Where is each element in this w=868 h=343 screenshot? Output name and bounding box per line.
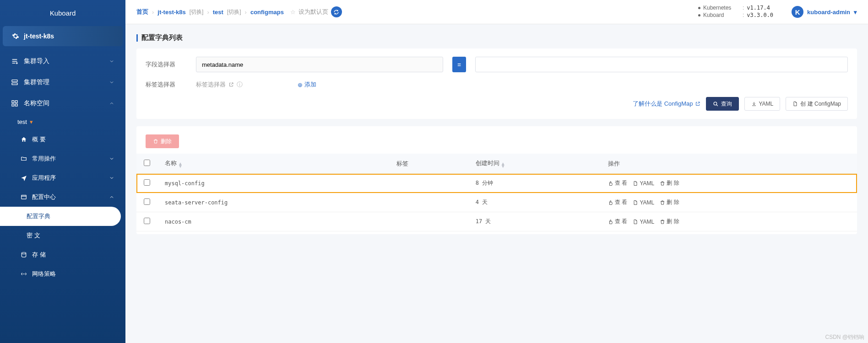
sidebar-item-manage[interactable]: 集群管理 — [0, 72, 125, 93]
delete-action[interactable]: 删 除 — [660, 198, 679, 206]
select-all-checkbox[interactable] — [144, 160, 150, 166]
table-card: 删除 名称▲▼ 标签 创建时间▲▼ 操作 mysql-confi — [136, 126, 857, 234]
col-created[interactable]: 创建时间▲▼ — [468, 154, 601, 174]
svg-rect-5 — [12, 104, 14, 106]
view-action[interactable]: 查 看 — [608, 179, 627, 187]
view-action[interactable]: 查 看 — [608, 218, 627, 225]
breadcrumb-ns[interactable]: test — [213, 9, 223, 16]
cell-labels — [389, 212, 468, 231]
import-icon — [11, 58, 18, 65]
chevron-down-icon — [109, 80, 114, 85]
gear-icon — [12, 32, 19, 40]
sidebar-configmap[interactable]: 配置字典 — [0, 207, 121, 226]
namespace-selected[interactable]: test ▾ — [0, 114, 125, 130]
yaml-button[interactable]: YAML — [744, 97, 781, 111]
trash-icon — [660, 200, 665, 205]
cluster-name: jt-test-k8s — [24, 32, 54, 40]
sidebar-secret[interactable]: 密 文 — [0, 226, 125, 245]
file-icon — [633, 219, 638, 225]
svg-rect-1 — [12, 80, 17, 82]
delete-action[interactable]: 删 除 — [660, 179, 679, 187]
col-name[interactable]: 名称▲▼ — [157, 154, 389, 174]
cell-labels — [389, 193, 468, 212]
yaml-action[interactable]: YAML — [633, 179, 654, 187]
sidebar-item-import[interactable]: 集群导入 — [0, 51, 125, 72]
caret-down-icon: ▾ — [854, 9, 857, 16]
breadcrumb-cluster[interactable]: jt-test-k8s — [157, 9, 185, 16]
chevron-down-icon — [109, 175, 114, 181]
table-row[interactable]: seata-server-config 4 天 查 看 YAML 删 除 — [136, 193, 857, 212]
sidebar-item-namespace[interactable]: 名称空间 — [0, 93, 125, 114]
trash-icon — [153, 139, 158, 144]
breadcrumb: 首页 › jt-test-k8s [切换] › test [切换] › conf… — [136, 8, 284, 16]
sidebar-subitem-common[interactable]: 常用操作 — [0, 149, 125, 168]
cell-name: mysql-config — [157, 174, 389, 193]
svg-point-9 — [714, 102, 717, 105]
tag-selector[interactable]: 标签选择器 ⓘ — [196, 80, 243, 89]
plus-icon: ⊕ — [298, 81, 303, 88]
cell-name: nacos-cm — [157, 212, 389, 231]
svg-rect-7 — [22, 195, 27, 199]
field-selector-input[interactable] — [196, 57, 443, 72]
table-row[interactable]: nacos-cm 17 天 查 看 YAML 删 除 — [136, 212, 857, 231]
file-plus-icon — [792, 101, 798, 107]
thumbs-up-icon — [608, 200, 613, 205]
svg-rect-2 — [12, 83, 17, 85]
svg-point-0 — [16, 63, 17, 64]
row-checkbox[interactable] — [144, 179, 150, 186]
download-icon — [751, 101, 757, 107]
logo[interactable]: Kuboard — [0, 0, 125, 26]
home-icon — [20, 136, 27, 143]
refresh-button[interactable] — [331, 6, 342, 17]
file-icon — [633, 200, 638, 205]
yaml-action[interactable]: YAML — [633, 218, 654, 225]
sidebar: Kuboard jt-test-k8s 集群导入 集群管理 名称空间 test … — [0, 0, 125, 343]
trash-icon — [660, 219, 665, 225]
yaml-action[interactable]: YAML — [633, 198, 654, 206]
cell-created: 4 天 — [468, 193, 601, 212]
main: 首页 › jt-test-k8s [切换] › test [切换] › conf… — [125, 0, 868, 343]
external-link-icon — [695, 101, 700, 107]
svg-rect-3 — [12, 101, 14, 103]
topbar: 首页 › jt-test-k8s [切换] › test [切换] › conf… — [125, 0, 868, 24]
dot-icon — [698, 14, 700, 16]
row-checkbox[interactable] — [144, 198, 150, 205]
page-title: 配置字典列表 — [141, 33, 183, 42]
learn-configmap-link[interactable]: 了解什么是 ConfigMap — [633, 100, 700, 108]
equals-icon[interactable]: = — [452, 57, 466, 72]
set-default-page[interactable]: ☆ 设为默认页 — [290, 6, 342, 17]
query-button[interactable]: 查询 — [706, 97, 739, 111]
switch-ns[interactable]: [切换] — [227, 8, 241, 16]
create-button[interactable]: 创 建 ConfigMap — [786, 97, 848, 111]
external-link-icon — [228, 82, 234, 87]
cell-created: 17 天 — [468, 212, 601, 231]
svg-rect-4 — [15, 101, 17, 103]
breadcrumb-home[interactable]: 首页 — [136, 8, 148, 16]
table-row[interactable]: mysql-config 8 分钟 查 看 YAML 删 除 — [136, 174, 857, 193]
namespace-icon — [11, 100, 18, 107]
tag-selector-label: 标签选择器 — [146, 80, 187, 89]
config-icon — [20, 193, 27, 201]
add-label-button[interactable]: ⊕ 添加 — [298, 80, 316, 89]
thumbs-up-icon — [608, 219, 613, 225]
sidebar-subitem-network[interactable]: 网络策略 — [0, 264, 125, 284]
sidebar-subitem-overview[interactable]: 概 要 — [0, 130, 125, 149]
user-menu[interactable]: K kuboard-admin ▾ — [792, 6, 857, 18]
configmap-table: 名称▲▼ 标签 创建时间▲▼ 操作 mysql-config 8 分钟 查 看 … — [136, 154, 857, 231]
delete-action[interactable]: 删 除 — [660, 218, 679, 225]
field-value-input[interactable] — [475, 57, 848, 72]
sidebar-subitem-storage[interactable]: 存 储 — [0, 245, 125, 264]
chevron-up-icon — [109, 194, 114, 200]
sidebar-cluster[interactable]: jt-test-k8s — [3, 26, 123, 46]
delete-button[interactable]: 删除 — [146, 134, 179, 148]
view-action[interactable]: 查 看 — [608, 198, 627, 206]
row-checkbox[interactable] — [144, 218, 150, 224]
chevron-down-icon — [109, 156, 114, 161]
sidebar-subitem-config[interactable]: 配置中心 — [0, 188, 125, 207]
watermark: CSDN @铛铛响 — [825, 333, 864, 341]
switch-cluster[interactable]: [切换] — [190, 8, 204, 16]
file-icon — [633, 181, 638, 186]
thumbs-up-icon — [608, 181, 613, 186]
sidebar-subitem-apps[interactable]: 应用程序 — [0, 168, 125, 188]
breadcrumb-resource: configmaps — [250, 9, 284, 16]
